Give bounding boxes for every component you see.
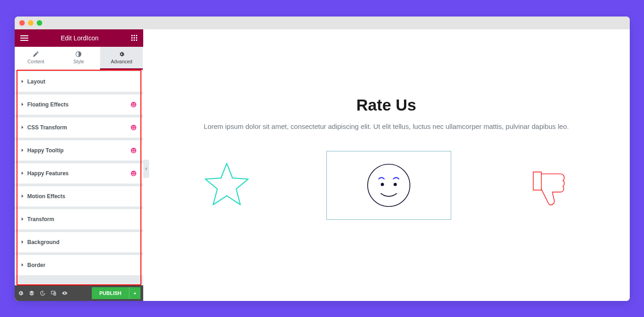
section-label: Layout [28, 78, 45, 85]
section-label: Happy Features [28, 170, 69, 177]
happy-badge-icon [130, 147, 137, 154]
smiley-widget[interactable] [326, 151, 451, 220]
star-widget[interactable] [201, 159, 253, 211]
svg-point-4 [131, 171, 136, 176]
section-background[interactable]: Background [15, 232, 143, 252]
app-body: Edit LordIcon Content Style Advanced [15, 29, 630, 301]
tab-content[interactable]: Content [15, 47, 57, 70]
star-icon [201, 159, 253, 211]
tab-style[interactable]: Style [57, 47, 100, 70]
svg-point-3 [131, 148, 136, 153]
maximize-window-button[interactable] [37, 20, 42, 26]
section-label: Motion Effects [28, 193, 66, 200]
svg-point-1 [131, 102, 136, 107]
menu-icon[interactable] [20, 35, 28, 41]
caret-icon [21, 239, 24, 245]
caret-icon [21, 193, 24, 200]
section-label: Floating Effects [28, 101, 69, 108]
tab-advanced[interactable]: Advanced [100, 47, 143, 70]
tab-style-label: Style [73, 59, 84, 64]
section-motion-effects[interactable]: Motion Effects [15, 186, 143, 206]
section-happy-tooltip[interactable]: Happy Tooltip [15, 140, 143, 161]
happy-badge-icon [130, 124, 137, 131]
tab-advanced-label: Advanced [111, 59, 132, 64]
section-label: CSS Transform [28, 124, 67, 131]
sections-list: LayoutFloating EffectsCSS TransformHappy… [15, 70, 143, 285]
svg-point-6 [381, 183, 384, 186]
smiley-icon [366, 162, 412, 208]
happy-badge-icon [130, 101, 137, 108]
collapse-panel-button[interactable] [143, 160, 149, 178]
caret-icon [21, 101, 24, 108]
svg-point-5 [368, 164, 410, 206]
section-transform[interactable]: Transform [15, 209, 143, 229]
section-border[interactable]: Border [15, 255, 143, 275]
section-label: Border [28, 262, 45, 268]
caret-icon [21, 78, 24, 85]
browser-window: Edit LordIcon Content Style Advanced [15, 17, 630, 301]
navigator-icon[interactable] [28, 290, 35, 296]
caret-icon [21, 147, 24, 154]
pencil-icon [33, 51, 39, 57]
caret-icon [21, 262, 24, 268]
caret-icon [21, 170, 24, 177]
gear-icon [118, 51, 125, 57]
canvas-heading: Rate Us [356, 96, 416, 114]
happy-badge-icon [130, 170, 137, 177]
panel-tabs: Content Style Advanced [15, 47, 143, 70]
close-window-button[interactable] [19, 20, 25, 26]
section-happy-features[interactable]: Happy Features [15, 163, 143, 184]
section-layout[interactable]: Layout [15, 72, 143, 92]
section-css-transform[interactable]: CSS Transform [15, 117, 143, 138]
section-floating-effects[interactable]: Floating Effects [15, 95, 143, 115]
tab-content-label: Content [28, 59, 45, 64]
section-label: Background [28, 239, 60, 245]
icons-row [201, 151, 572, 220]
thumbs-down-widget[interactable] [525, 161, 572, 209]
widgets-grid-icon[interactable] [131, 35, 138, 41]
panel-footer: PUBLISH [15, 285, 143, 301]
panel-header: Edit LordIcon [15, 29, 143, 47]
caret-icon [21, 216, 24, 222]
settings-icon[interactable] [17, 290, 24, 296]
history-icon[interactable] [39, 290, 46, 296]
caret-icon [21, 124, 24, 131]
canvas-subtitle: Lorem ipsum dolor sit amet, consectetur … [204, 122, 569, 130]
svg-point-2 [131, 125, 136, 130]
publish-button[interactable]: PUBLISH [92, 287, 129, 299]
responsive-icon[interactable] [50, 290, 57, 296]
contrast-icon [75, 51, 82, 57]
section-label: Transform [28, 216, 55, 222]
publish-options-button[interactable] [129, 287, 140, 299]
panel-title: Edit LordIcon [61, 34, 99, 42]
section-label: Happy Tooltip [28, 147, 64, 154]
publish-group: PUBLISH [92, 287, 140, 299]
minimize-window-button[interactable] [28, 20, 34, 26]
editor-panel: Edit LordIcon Content Style Advanced [15, 29, 143, 301]
preview-canvas: Rate Us Lorem ipsum dolor sit amet, cons… [143, 29, 630, 301]
svg-point-7 [393, 183, 397, 186]
thumbs-down-icon [525, 161, 572, 209]
preview-icon[interactable] [62, 290, 68, 296]
window-titlebar [15, 17, 630, 29]
